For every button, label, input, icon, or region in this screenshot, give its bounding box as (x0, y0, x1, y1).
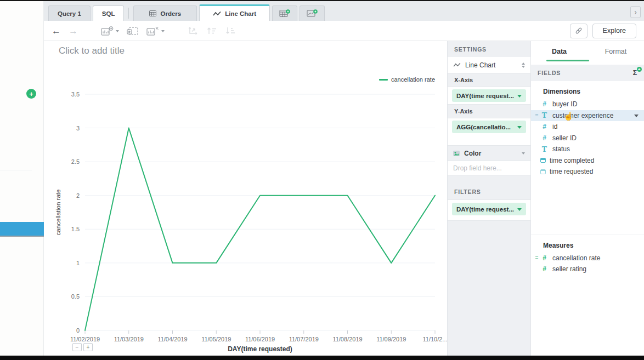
tab-sql[interactable]: SQL (93, 5, 125, 21)
sidebar-selection-bar[interactable] (0, 222, 44, 237)
back-arrow-icon[interactable] (52, 26, 61, 36)
text-field-icon: T (540, 145, 549, 153)
content-row: Click to add title cancellation rate 00.… (44, 41, 644, 356)
svg-text:11/04/2019: 11/04/2019 (157, 336, 187, 342)
y-axis-section-label: Y-Axis (448, 105, 530, 118)
color-section-toggle[interactable]: Color (448, 146, 530, 161)
svg-text:11/03/2019: 11/03/2019 (114, 336, 144, 342)
drop-placeholder: Drop field here... (453, 164, 502, 172)
dimension-row[interactable]: =Tcustomer experience (531, 110, 644, 122)
window-top-edge (0, 0, 644, 1)
dimension-row[interactable]: Tstatus (531, 144, 644, 155)
add-table-tab[interactable] (272, 5, 297, 21)
svg-text:11/05/2019: 11/05/2019 (201, 336, 231, 342)
color-drop-zone[interactable]: Drop field here... (448, 161, 530, 175)
chevron-down-icon (116, 30, 119, 34)
drag-handle[interactable]: = (533, 255, 540, 261)
svg-text:2: 2 (76, 192, 80, 199)
add-chart-tab[interactable] (300, 5, 325, 21)
hash-icon: # (540, 100, 549, 108)
table-icon (149, 10, 156, 16)
forward-arrow-icon[interactable] (69, 26, 78, 36)
field-label: buyer ID (552, 100, 639, 108)
tab-label: Line Chart (225, 10, 256, 17)
zoom-in-button[interactable]: + (83, 343, 93, 351)
tab-data[interactable]: Data (531, 41, 587, 62)
measures-title: Measures (531, 242, 644, 253)
field-label: id (552, 123, 639, 130)
fields-header-label: FIELDS (538, 70, 561, 76)
svg-text:11/07/2019: 11/07/2019 (289, 336, 319, 342)
add-calculation-icon[interactable] (633, 69, 637, 77)
fields-panel: Data Format FIELDS Dimensions #buyer ID=… (530, 41, 644, 356)
dimensions-list: #buyer ID=Tcustomer experience#id#seller… (531, 99, 644, 178)
chevron-down-icon[interactable] (517, 95, 522, 100)
window-bottom-edge (0, 356, 644, 360)
svg-text:0.5: 0.5 (71, 293, 80, 300)
dimension-row[interactable]: time requested (531, 166, 644, 178)
chevron-down-icon[interactable] (517, 126, 522, 131)
svg-text:1.5: 1.5 (71, 226, 80, 232)
duplicate-chart-button[interactable] (127, 26, 139, 36)
chart-type-value: Line Chart (465, 61, 517, 69)
x-axis-field-pill[interactable]: DAY(time request... (452, 89, 526, 102)
svg-text:cancellation rate: cancellation rate (55, 190, 61, 236)
tab-line-chart[interactable]: Line Chart (199, 4, 270, 21)
hash-icon: # (540, 134, 549, 142)
tab-query-1[interactable]: Query 1 (48, 5, 91, 21)
text-field-icon: T (540, 111, 549, 119)
sort-descending-button[interactable] (225, 26, 236, 35)
dimension-row[interactable]: #seller ID (531, 133, 644, 144)
select-stepper-icon (522, 61, 525, 70)
chart-remove-icon (146, 26, 160, 36)
zoom-out-button[interactable]: − (72, 343, 82, 351)
remove-chart-button[interactable] (146, 26, 165, 36)
drag-handle[interactable]: = (533, 113, 540, 118)
dimension-row[interactable]: #buyer ID (531, 99, 644, 110)
tab-label: Orders (160, 10, 181, 17)
y-axis-field-pill[interactable]: AGG(cancellatio... (452, 121, 526, 133)
calendar-icon (540, 169, 546, 174)
chart-legend: cancellation rate (379, 76, 435, 83)
swap-axes-button[interactable] (188, 26, 199, 36)
svg-text:3: 3 (76, 125, 80, 132)
share-link-button[interactable] (570, 24, 587, 38)
measure-row[interactable]: #seller rating (531, 264, 644, 275)
dimension-row[interactable]: time completed (531, 155, 644, 167)
sidebar-divider (0, 170, 32, 170)
color-swatch-icon (453, 151, 460, 156)
chevron-down-icon[interactable] (522, 152, 525, 156)
sort-asc-icon (206, 26, 217, 35)
active-tab-underline (546, 60, 589, 61)
svg-text:11/08/2019: 11/08/2019 (332, 336, 362, 342)
filter-field-pill[interactable]: DAY(time request... (452, 203, 526, 215)
toolbar: Explore (44, 21, 644, 41)
chart-panel: Click to add title cancellation rate 00.… (44, 41, 447, 356)
add-chart-button[interactable] (101, 26, 119, 36)
explore-button[interactable]: Explore (592, 24, 636, 38)
tab-label: Query 1 (58, 10, 81, 17)
chevron-down-icon[interactable] (634, 115, 639, 119)
tab-format[interactable]: Format (587, 41, 644, 62)
svg-text:DAY(time requested): DAY(time requested) (228, 345, 292, 353)
dimension-row[interactable]: #id (531, 121, 644, 133)
chevron-right-icon[interactable] (630, 6, 641, 18)
svg-text:2.5: 2.5 (71, 158, 80, 165)
add-report-button[interactable]: + (26, 89, 36, 99)
measure-row[interactable]: =#cancellation rate (531, 253, 644, 264)
chevron-down-icon[interactable] (517, 208, 522, 213)
chart-title-placeholder[interactable]: Click to add title (59, 45, 125, 56)
explore-label: Explore (603, 27, 626, 35)
duplicate-icon (127, 26, 139, 36)
svg-text:0: 0 (76, 327, 80, 334)
tab-divider (128, 8, 129, 19)
measures-list: =#cancellation rate#seller rating (531, 253, 644, 275)
legend-label: cancellation rate (391, 76, 435, 83)
sort-ascending-button[interactable] (206, 26, 217, 35)
app-window: + Query 1 SQL Orders Line Chart (0, 0, 644, 360)
chart-type-select[interactable]: Line Chart (448, 57, 530, 73)
fields-tabs: Data Format (531, 41, 644, 62)
tab-orders[interactable]: Orders (133, 5, 197, 21)
chart-plot[interactable]: 00.511.522.533.511/02/201911/03/201911/0… (44, 41, 447, 356)
field-label: time completed (550, 157, 639, 164)
